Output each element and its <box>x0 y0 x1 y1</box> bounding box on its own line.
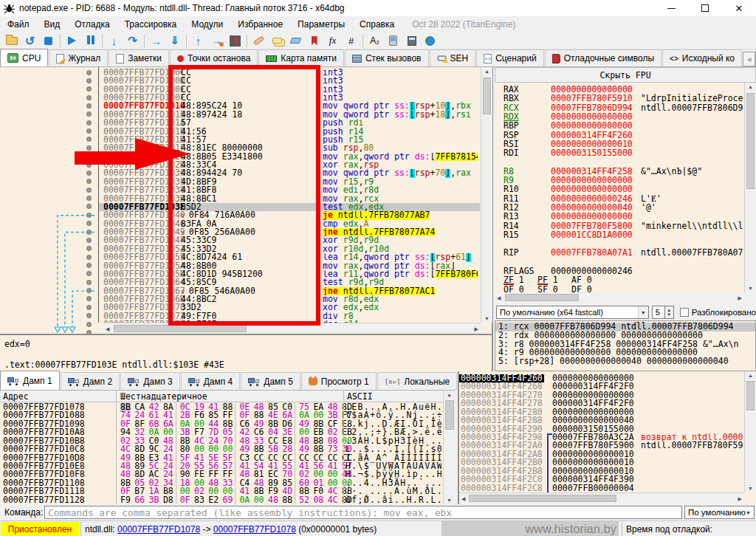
annotation-red-rectangle <box>168 65 320 326</box>
tab-scroll-left[interactable]: ◀ <box>743 52 755 66</box>
bottom-tab-0[interactable]: Дамп 1 <box>0 371 60 390</box>
dump-vscrollbar[interactable]: ▲▼ <box>443 391 456 504</box>
menu-item-2[interactable]: Отладка <box>67 17 117 32</box>
annotation-red-arrow <box>70 135 196 176</box>
script-icon: <> <box>484 54 492 63</box>
notes-icon <box>116 54 124 63</box>
calculator-icon[interactable] <box>402 33 421 49</box>
function-icon[interactable]: fx <box>323 33 342 49</box>
hash-icon[interactable]: # <box>342 33 360 49</box>
watermark: www.historian.by <box>441 521 619 536</box>
restart-icon[interactable]: ↺ <box>21 33 39 49</box>
dump-icon <box>128 377 140 386</box>
bookmark-icon[interactable] <box>305 33 323 49</box>
debug-state-badge: Приостановлен <box>1 522 79 536</box>
stack-row[interactable]: 000000314FF4F2C800007FFB00000004 <box>459 484 746 492</box>
tab-9[interactable]: <>Исходный ко <box>662 49 742 66</box>
run-to-user-code-icon[interactable]: → <box>207 33 226 49</box>
memory-map-icon <box>266 55 277 62</box>
registers-hscrollbar[interactable]: ◀▶ <box>495 292 744 303</box>
jump-lines <box>0 67 98 334</box>
register-list[interactable]: RAX0000000000000000RBX00007FFB780F5910"L… <box>495 83 756 292</box>
close-button[interactable]: ✕ <box>722 0 756 16</box>
address-info-line: .text:00007FFB77FD103E ntdll.dll:$103E #… <box>4 360 224 370</box>
stack-vscrollbar[interactable]: ▲▼ <box>744 371 756 492</box>
tab-2[interactable]: Заметки <box>109 49 169 66</box>
menu-item-5[interactable]: Избранное <box>230 17 290 32</box>
toolbar-separator <box>186 35 187 47</box>
step-over-icon[interactable]: ↷ <box>123 33 142 49</box>
disasm-vscrollbar[interactable]: ▲▼ <box>481 67 492 323</box>
tab-5[interactable]: Стек вызовов <box>345 49 429 66</box>
dump-icon <box>248 377 260 386</box>
bottom-tab-2[interactable]: Дамп 3 <box>120 372 180 390</box>
command-label: Команда: <box>4 507 43 518</box>
command-bar: Команда: Commands are comma separated (l… <box>0 504 756 520</box>
tab-4[interactable]: Карта памяти <box>258 49 344 66</box>
bottom-tab-6[interactable]: [x=]Локальные <box>377 372 458 390</box>
tab-6[interactable]: SEH <box>430 49 476 66</box>
view-tabs: 64CPUЖурналЗаметкиТочки остановаКарта па… <box>0 49 756 67</box>
label-icon[interactable] <box>286 33 305 49</box>
bottom-tab-4[interactable]: Дамп 5 <box>241 372 300 390</box>
dump-row[interactable]: 00007FFB77FD1128F9663BD80F83E2690A00488B… <box>0 496 441 504</box>
stop-icon[interactable] <box>39 33 58 49</box>
dump-icon <box>7 377 19 385</box>
menu-item-7[interactable]: Справка <box>352 17 402 32</box>
minimize-button[interactable] <box>654 0 688 16</box>
tab-3[interactable]: Точки останова <box>170 49 258 66</box>
stack-hscrollbar[interactable]: ◀▶ <box>459 492 744 504</box>
seh-icon <box>437 55 447 61</box>
source-icon: <> <box>670 55 678 63</box>
unlocked-checkbox[interactable] <box>680 308 689 317</box>
menu-item-1[interactable]: Вид <box>37 17 68 32</box>
calling-convention-select[interactable]: По умолчанию (x64 fastcall)▼ <box>496 306 649 319</box>
animate-over-icon[interactable]: ⇓ <box>165 33 184 49</box>
call-stack-icon <box>352 55 362 63</box>
comment-icon[interactable] <box>268 33 286 49</box>
stack-panel[interactable]: 000000314FF4F260000000000000000000000031… <box>458 371 756 504</box>
globe-icon[interactable] <box>421 33 439 49</box>
command-placeholder: Commands are comma separated (like assem… <box>48 507 452 518</box>
bottom-tab-3[interactable]: Дамп 4 <box>181 372 241 390</box>
status-bar: Приостановлен ntdll.dll: 00007FFB77FD107… <box>0 520 756 536</box>
cpu-icon: 64 <box>7 53 18 63</box>
bottom-tab-5[interactable]: Просмотр 1 <box>301 372 377 390</box>
run-icon[interactable] <box>63 33 81 49</box>
execute-till-return-icon[interactable]: ↑ <box>189 33 207 49</box>
assemble-icon[interactable]: A₂ <box>365 33 384 49</box>
patch-icon[interactable] <box>250 33 268 49</box>
arg-count-spinner[interactable]: 5▲▼ <box>652 306 674 319</box>
open-file-icon[interactable] <box>2 33 21 49</box>
step-into-icon[interactable]: ↓ <box>105 33 123 49</box>
command-profile-select[interactable]: По умолчанию▼ <box>684 506 755 519</box>
address-link-from[interactable]: 00007FFB77FD1078 <box>117 524 200 535</box>
menu-item-4[interactable]: Модули <box>184 17 230 32</box>
menu-item-3[interactable]: Трассировка <box>117 17 185 32</box>
command-input[interactable]: Commands are comma separated (like assem… <box>44 506 682 519</box>
toolbar-separator <box>247 35 247 47</box>
address-link-to[interactable]: 00007FFB77FD1078 <box>213 524 296 535</box>
maximize-button[interactable] <box>688 0 722 16</box>
tab-0[interactable]: 64CPU <box>0 49 48 66</box>
tab-7[interactable]: <>Сценарий <box>476 49 543 66</box>
menu-item-0[interactable]: Файл <box>0 17 37 32</box>
menu-item-6[interactable]: Параметры <box>290 17 352 32</box>
skip-next-icon[interactable]: S <box>226 33 244 49</box>
tab-1[interactable]: Журнал <box>49 49 108 66</box>
registers-vscrollbar[interactable]: ▲▼ <box>744 83 756 292</box>
unlocked-label: Разблокировано <box>692 308 756 317</box>
bottom-tab-1[interactable]: Дамп 2 <box>61 372 120 390</box>
animate-into-icon[interactable]: → <box>147 33 165 49</box>
dump-panel[interactable]: АдресШестнадцатеричноеASCII00007FFB77FD1… <box>0 391 456 504</box>
dump-icon <box>68 377 80 386</box>
hide-fpu-button[interactable]: Скрыть FPU <box>495 67 756 83</box>
call-arguments-panel[interactable]: 1: rcx 00007FFB7806D994 ntdll.00007FFB78… <box>495 320 756 371</box>
handheld-icon[interactable] <box>384 33 402 49</box>
toolbar-separator <box>144 35 145 47</box>
argument-row[interactable]: 5: [rsp+28] 0000000000000040 00000000000… <box>495 357 755 366</box>
watch-icon <box>309 378 317 385</box>
toolbar: ↺↓↷→⇓↑→Sfx#A₂ <box>0 32 756 49</box>
pause-icon[interactable] <box>81 33 100 49</box>
tab-8[interactable]: Отладочные символы <box>545 49 662 66</box>
